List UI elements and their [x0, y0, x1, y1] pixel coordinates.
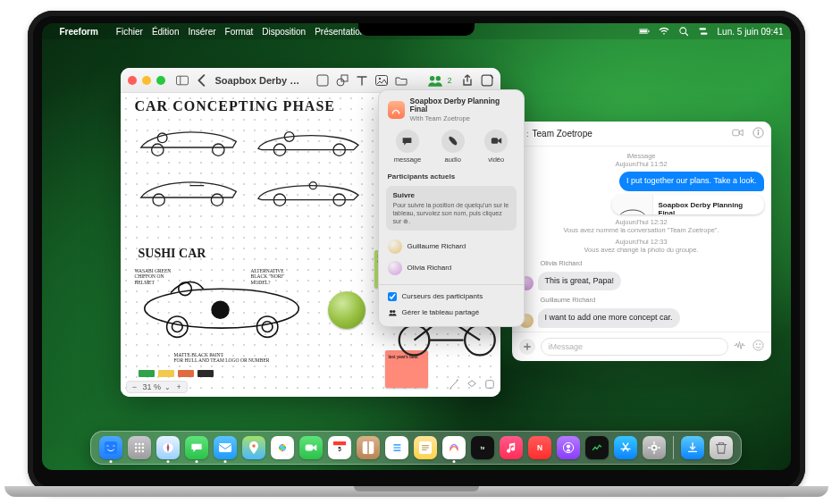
- dock-reminders[interactable]: [385, 436, 408, 459]
- sketch-car-4: [255, 170, 362, 211]
- insert-text-icon[interactable]: [356, 72, 368, 88]
- insert-media-icon[interactable]: [375, 72, 388, 88]
- wifi-icon[interactable]: [659, 26, 669, 37]
- video-action[interactable]: vidéo: [484, 130, 508, 164]
- svg-rect-41: [492, 138, 498, 144]
- dock-downloads[interactable]: [681, 436, 704, 459]
- svg-point-46: [757, 129, 759, 130]
- emoji-icon[interactable]: [752, 339, 764, 355]
- participant-row[interactable]: Olivia Richard: [388, 257, 515, 279]
- sender-label-1: Olivia Richard: [541, 259, 764, 267]
- board-app-icon: [388, 101, 405, 119]
- message-thread[interactable]: iMessage Aujourd'hui 11:52 I put togethe…: [512, 147, 771, 332]
- back-button[interactable]: [196, 72, 208, 88]
- svg-point-59: [142, 447, 144, 449]
- insert-shape-icon[interactable]: [336, 72, 349, 88]
- participant-cursors-toggle[interactable]: Curseurs des participants: [379, 289, 524, 305]
- participant-row[interactable]: Guillaume Richard: [388, 236, 515, 257]
- zoom-dropdown-icon[interactable]: ⌄: [164, 383, 171, 391]
- dock-calendar[interactable]: 5: [328, 436, 351, 459]
- people-icon: [388, 308, 397, 317]
- dock-messages[interactable]: [185, 436, 208, 459]
- menu-édition[interactable]: Édition: [152, 27, 180, 37]
- dock-settings[interactable]: [643, 436, 666, 459]
- share-icon[interactable]: [461, 72, 474, 88]
- dock-mail[interactable]: [214, 436, 237, 459]
- control-center-icon[interactable]: [698, 26, 709, 37]
- svg-rect-9: [317, 75, 328, 86]
- zoom-out-button[interactable]: −: [130, 382, 139, 391]
- participant-cursors-checkbox[interactable]: [388, 292, 397, 301]
- more-tool-icon[interactable]: [484, 377, 495, 393]
- menu-disposition[interactable]: Disposition: [262, 27, 306, 37]
- menubar-app-name[interactable]: Freeform: [60, 27, 98, 37]
- dock-contacts[interactable]: [357, 436, 380, 459]
- annot-bottom: MATTE BLACK PAINT FOR HULL AND TEAM LOGO…: [174, 352, 299, 364]
- dock-appstore[interactable]: [614, 436, 637, 459]
- dock-stocks[interactable]: [585, 436, 609, 459]
- svg-point-33: [262, 322, 273, 332]
- follow-tip-body: Pour suivre la position de quelqu'un sur…: [393, 201, 509, 225]
- apps-button[interactable]: [519, 339, 535, 355]
- dock-music[interactable]: [500, 436, 523, 459]
- menubar-clock[interactable]: Lun. 5 juin 09:41: [718, 27, 784, 37]
- close-button[interactable]: [128, 76, 137, 85]
- search-icon[interactable]: [678, 26, 689, 37]
- follow-tip-title: Suivre: [393, 191, 509, 199]
- zoom-button[interactable]: [156, 76, 165, 85]
- dock-maps[interactable]: [242, 436, 265, 459]
- svg-rect-7: [176, 76, 188, 85]
- compose-input[interactable]: [541, 338, 728, 356]
- dock-trash[interactable]: [710, 436, 733, 459]
- dock-podcasts[interactable]: [557, 436, 580, 459]
- dock-news[interactable]: N: [528, 436, 551, 459]
- swatch: [197, 370, 214, 377]
- collaborators-button[interactable]: 2: [425, 72, 453, 88]
- battery-icon[interactable]: [639, 26, 650, 37]
- svg-rect-11: [341, 75, 348, 81]
- dock-safari[interactable]: [156, 436, 180, 459]
- menu-format[interactable]: Format: [225, 27, 254, 37]
- new-board-icon[interactable]: [481, 72, 493, 88]
- svg-point-62: [142, 450, 144, 452]
- attachment-title: Soapbox Derby Planning Final: [659, 201, 759, 214]
- dock-facetime[interactable]: [299, 436, 323, 459]
- dock-launchpad[interactable]: [128, 436, 151, 459]
- svg-point-50: [752, 340, 762, 350]
- voice-message-icon[interactable]: [734, 339, 745, 355]
- menu-insérer[interactable]: Insérer: [188, 27, 215, 37]
- dock-tv[interactable]: tv: [471, 436, 494, 459]
- audio-action[interactable]: audio: [441, 130, 465, 164]
- svg-rect-66: [219, 443, 231, 452]
- manage-shared-board[interactable]: Gérer le tableau partagé: [379, 305, 524, 321]
- connector-tool-icon[interactable]: [449, 377, 459, 393]
- svg-point-17: [151, 144, 163, 155]
- dock: 5tvN: [90, 431, 742, 465]
- svg-line-4: [685, 33, 687, 36]
- minimize-button[interactable]: [142, 76, 151, 85]
- svg-point-29: [178, 282, 191, 296]
- info-icon[interactable]: [752, 126, 764, 142]
- dock-finder[interactable]: [99, 436, 122, 459]
- facetime-video-icon[interactable]: [732, 126, 744, 142]
- dock-photos[interactable]: [271, 436, 294, 459]
- collaboration-popover: Soapbox Derby Planning Final With Team Z…: [378, 89, 525, 327]
- svg-point-54: [135, 443, 137, 445]
- incoming-bubble-1: This is great, Papa!: [538, 272, 622, 291]
- dock-freeform[interactable]: [442, 436, 466, 459]
- canvas-subheading: SUSHI CAR: [139, 247, 206, 261]
- dock-notes[interactable]: [414, 436, 437, 459]
- sidebar-toggle-icon[interactable]: [176, 72, 189, 88]
- insert-sticky-icon[interactable]: [316, 72, 329, 88]
- zoom-controls: − 31 % ⌄ +: [126, 381, 189, 393]
- popover-actions: message audio vidéo: [379, 126, 524, 171]
- menu-fichier[interactable]: Fichier: [116, 27, 143, 37]
- svg-text:tv: tv: [481, 446, 485, 450]
- insert-file-icon[interactable]: [395, 72, 408, 88]
- message-action[interactable]: message: [394, 130, 421, 164]
- freeform-title: Soapbox Derby Planning Final: [215, 75, 302, 86]
- freeform-attachment-card[interactable]: Soapbox Derby Planning Final Freeform: [612, 195, 764, 214]
- arrange-tool-icon[interactable]: [466, 377, 477, 393]
- svg-rect-86: [448, 441, 460, 454]
- zoom-in-button[interactable]: +: [174, 382, 183, 391]
